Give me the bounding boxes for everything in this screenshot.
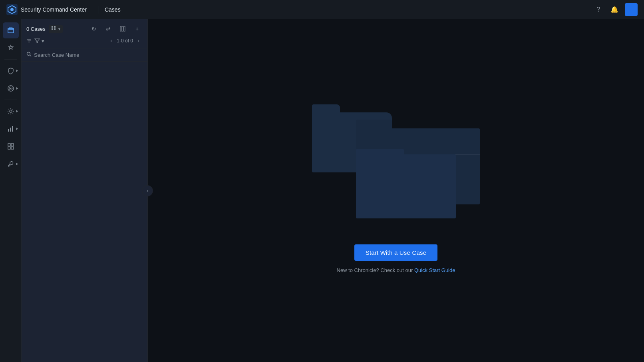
svg-rect-8 bbox=[8, 129, 9, 132]
columns-button[interactable] bbox=[117, 23, 128, 34]
app-logo: Security Command Center bbox=[6, 4, 87, 15]
view-select-icon bbox=[51, 26, 57, 32]
shield-icon bbox=[7, 67, 14, 74]
pagination: ‹ 1-0 of 0 › bbox=[107, 37, 143, 45]
alerts-icon bbox=[7, 44, 14, 52]
sidebar-item-shield[interactable] bbox=[3, 63, 19, 79]
prev-page-button[interactable]: ‹ bbox=[107, 37, 115, 45]
nav-divider bbox=[99, 6, 99, 14]
svg-rect-12 bbox=[11, 144, 14, 146]
folder-back-tab bbox=[312, 104, 340, 113]
svg-rect-9 bbox=[10, 128, 11, 132]
folder-middle-tab bbox=[356, 120, 392, 129]
empty-state-illustration bbox=[308, 108, 484, 220]
svg-rect-16 bbox=[54, 26, 56, 28]
svg-rect-11 bbox=[8, 144, 10, 146]
svg-rect-18 bbox=[54, 28, 56, 30]
svg-rect-21 bbox=[124, 26, 125, 31]
svg-point-2 bbox=[10, 8, 14, 11]
dashboard-icon bbox=[7, 143, 14, 150]
svg-rect-19 bbox=[120, 26, 121, 31]
cases-count: 0 Cases bbox=[26, 26, 46, 32]
search-wrap bbox=[26, 52, 143, 58]
svg-point-22 bbox=[27, 52, 30, 56]
sidebar-divider-2 bbox=[4, 100, 17, 100]
filter-icon bbox=[34, 38, 40, 44]
sub-text: New to Chronicle? Check out our Quick St… bbox=[337, 267, 455, 273]
sidebar-item-radar[interactable] bbox=[3, 80, 19, 96]
pagination-label: 1-0 of 0 bbox=[117, 38, 133, 44]
sidebar bbox=[0, 19, 22, 362]
quick-start-guide-link[interactable]: Quick Start Guide bbox=[414, 267, 455, 273]
sidebar-item-alerts[interactable] bbox=[3, 40, 19, 56]
cases-toolbar: 0 Cases ▾ ↻ ⇄ bbox=[22, 19, 147, 48]
nav-section: Cases bbox=[105, 6, 121, 13]
nav-actions: ? 🔔 bbox=[593, 3, 638, 16]
search-icon bbox=[26, 52, 32, 58]
body-layout: 0 Cases ▾ ↻ ⇄ bbox=[0, 19, 644, 362]
action-section: Start With a Use Case New to Chronicle? … bbox=[337, 244, 455, 273]
filter-chevron: ▾ bbox=[42, 38, 44, 44]
svg-point-6 bbox=[10, 88, 11, 89]
settings-icon bbox=[7, 108, 14, 115]
sync-button[interactable]: ⇄ bbox=[103, 23, 114, 34]
svg-rect-20 bbox=[122, 26, 123, 31]
notifications-button[interactable]: 🔔 bbox=[609, 4, 620, 15]
sidebar-item-analytics[interactable] bbox=[3, 121, 19, 137]
sidebar-divider-1 bbox=[4, 59, 17, 60]
refresh-button[interactable]: ↻ bbox=[88, 23, 99, 34]
svg-line-23 bbox=[30, 55, 32, 57]
svg-rect-14 bbox=[11, 147, 14, 149]
view-select[interactable]: ▾ bbox=[49, 25, 63, 33]
case-search-input[interactable] bbox=[34, 52, 143, 58]
help-button[interactable]: ? bbox=[593, 4, 604, 15]
collapse-panel-button[interactable]: ‹ bbox=[142, 185, 153, 196]
add-case-button[interactable]: + bbox=[131, 23, 143, 34]
svg-rect-13 bbox=[8, 147, 10, 149]
cases-icon bbox=[7, 27, 14, 34]
sort-button[interactable] bbox=[26, 38, 32, 44]
folder-front-tab bbox=[356, 149, 404, 155]
sidebar-item-settings[interactable] bbox=[3, 103, 19, 119]
sidebar-item-dashboard[interactable] bbox=[3, 138, 19, 154]
next-page-button[interactable]: › bbox=[135, 37, 143, 45]
sidebar-item-tools[interactable] bbox=[3, 156, 19, 172]
search-row bbox=[22, 48, 147, 62]
cases-panel: 0 Cases ▾ ↻ ⇄ bbox=[22, 19, 148, 362]
tools-icon bbox=[7, 160, 14, 168]
logo-icon bbox=[6, 4, 18, 15]
start-use-case-button[interactable]: Start With a Use Case bbox=[354, 244, 438, 261]
filter-button[interactable]: ▾ bbox=[34, 38, 44, 44]
view-chevron-icon: ▾ bbox=[58, 27, 60, 31]
svg-rect-15 bbox=[52, 26, 53, 28]
svg-point-7 bbox=[10, 110, 12, 112]
analytics-icon bbox=[7, 125, 14, 132]
top-nav: Security Command Center Cases ? 🔔 bbox=[0, 0, 644, 19]
svg-rect-10 bbox=[12, 126, 13, 132]
user-avatar[interactable] bbox=[625, 3, 638, 16]
sidebar-item-cases[interactable] bbox=[3, 22, 19, 38]
main-content: Start With a Use Case New to Chronicle? … bbox=[148, 19, 644, 362]
columns-icon bbox=[120, 26, 125, 32]
app-title: Security Command Center bbox=[21, 6, 87, 13]
toolbar-row2: ▾ ‹ 1-0 of 0 › bbox=[26, 37, 143, 45]
svg-rect-17 bbox=[52, 28, 53, 30]
sort-icon bbox=[26, 38, 32, 44]
folder-front bbox=[356, 154, 456, 218]
radar-icon bbox=[7, 85, 14, 92]
toolbar-row1: 0 Cases ▾ ↻ ⇄ bbox=[26, 23, 143, 34]
